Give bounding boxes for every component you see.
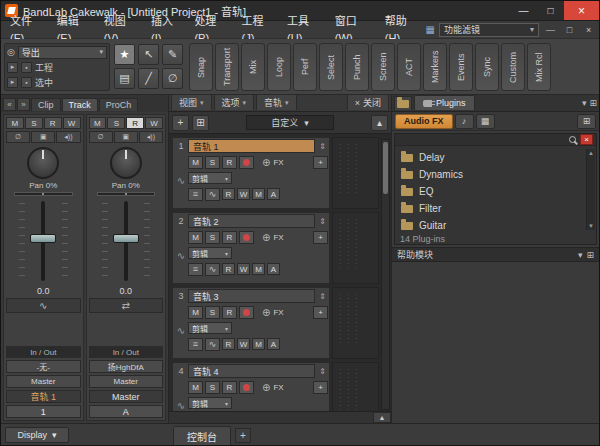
close-icon[interactable]: × [564,1,599,20]
tree-scrollbar[interactable]: ▲ ▼ [586,149,595,230]
module-sync[interactable]: Sync [475,43,499,91]
automation-a-button[interactable]: A [267,263,280,275]
select-tool-icon[interactable]: ↖ [138,44,159,65]
clip-lane[interactable] [332,362,379,411]
automation-write-button[interactable]: W [237,338,250,350]
output-selector[interactable]: Master [89,375,164,388]
clear-filter-icon[interactable]: × [580,134,593,145]
scroll-bottom-up-icon[interactable]: ▲ [373,412,391,423]
track-manager-icon[interactable]: ⊞ [192,115,209,131]
clip-lane[interactable] [332,137,379,209]
scroll-up-icon[interactable]: ▴ [371,115,388,131]
help-options-icon[interactable]: ▾ [578,250,583,260]
input-selector[interactable]: 扬HghDfA [89,360,164,373]
module-custom[interactable]: Custom [501,43,525,91]
record-icon[interactable] [239,231,254,244]
export-project-icon[interactable]: ▸ [7,62,18,73]
mute-button[interactable]: M [6,117,24,129]
arm-button[interactable]: R [222,156,237,169]
help-expand-icon[interactable]: ⊞ [586,250,594,260]
minimize-icon[interactable]: — [510,1,537,20]
waveform-preview-icon[interactable]: ∿ [6,298,81,313]
scroll-down-icon[interactable]: ▼ [588,223,594,229]
pan-knob[interactable] [110,147,142,179]
record-icon[interactable] [239,306,254,319]
tab-track[interactable]: Track [62,98,98,111]
close-view-button[interactable]: ×关闭 [347,94,389,110]
mute-button[interactable]: M [188,156,203,169]
interleave-icon[interactable]: ▣ [31,131,55,143]
module-markers[interactable]: Markers [423,43,447,91]
instruments-icon[interactable]: ♪ [455,114,474,129]
fader-handle[interactable] [30,234,56,243]
record-icon[interactable] [239,381,254,394]
module-mix[interactable]: Mix [241,43,265,91]
phase-icon[interactable]: ∅ [89,131,113,143]
module-screen[interactable]: Screen [371,43,395,91]
routing-icon[interactable]: ⇄ [89,298,164,313]
arm-button[interactable]: R [222,231,237,244]
arm-button[interactable]: R [222,306,237,319]
mute-button[interactable]: M [188,306,203,319]
module-perf[interactable]: Perf [293,43,317,91]
arm-button[interactable]: R [44,117,62,129]
input-echo-icon[interactable]: ◂)) [56,131,80,143]
clip-dropdown[interactable]: 剪辑▾ [188,172,232,184]
automation-m-button[interactable]: M [252,338,265,350]
solo-button[interactable]: S [205,381,220,394]
volume-fader[interactable] [91,199,162,283]
write-button[interactable]: W [145,117,163,129]
add-track-button[interactable]: + [172,115,189,131]
envelope-icon[interactable]: ∿ [205,188,220,201]
module-loop[interactable]: Loop [267,43,291,91]
plugins-tab[interactable]: Plugins [414,95,475,110]
clip-dropdown[interactable]: 剪辑▾ [188,322,232,334]
module-transport[interactable]: Transport [215,43,239,91]
add-fx-button[interactable]: + [313,381,328,394]
input-gain-icon[interactable]: ≡ [188,338,203,351]
pan-knob[interactable] [27,147,59,179]
plugin-folder[interactable]: Guitar [401,217,584,234]
search-icon[interactable] [569,136,576,143]
module-mix-recall[interactable]: Mix Rcl [527,43,551,91]
fx-rack[interactable]: ⊕FX [262,232,284,243]
tab-view[interactable]: 视图▾ [171,94,212,110]
plugin-folder[interactable]: EQ [401,183,584,200]
feature-filter-dropdown[interactable]: 功能滤镜 ▾ [439,23,539,37]
export-selection-icon[interactable]: ▪ [21,77,32,88]
envelope-icon[interactable]: ∿ [205,263,220,276]
automation-read-button[interactable]: R [222,188,235,200]
expand-track-icon[interactable]: ⇕ [317,289,328,303]
mute-button[interactable]: M [188,381,203,394]
module-snap[interactable]: Snap [189,43,213,91]
module-act[interactable]: ACT [397,43,421,91]
input-gain-icon[interactable]: ≡ [188,263,203,276]
fx-rack[interactable]: ⊕FX [262,382,284,393]
expand-track-icon[interactable]: ⇕ [317,364,328,378]
module-punch[interactable]: Punch [345,43,369,91]
export-dropdown[interactable]: 导出 ▾ [18,46,107,59]
solo-button[interactable]: S [25,117,43,129]
strip-name[interactable]: 音轨 1 [6,390,81,403]
solo-button[interactable]: S [107,117,125,129]
vertical-scrollbar[interactable] [381,139,390,410]
timeline-tool-icon[interactable]: ▤ [114,68,135,89]
add-view-tab-button[interactable]: + [235,428,251,443]
tab-tracks[interactable]: 音轨▾ [256,94,297,110]
automation-write-button[interactable]: W [237,188,250,200]
mdi-restore-icon[interactable]: □ [562,25,577,35]
display-button[interactable]: Display ▾ [5,427,69,443]
interleave-icon[interactable]: ▣ [114,131,138,143]
automation-m-button[interactable]: M [252,263,265,275]
erase-tool-icon[interactable]: ∅ [162,68,183,89]
arm-button[interactable]: R [126,117,144,129]
arm-button[interactable]: R [222,381,237,394]
tab-proch[interactable]: ProCh [99,98,139,111]
restore-icon[interactable]: □ [537,1,564,20]
plugin-folder[interactable]: Delay [401,149,584,166]
automation-read-button[interactable]: R [222,338,235,350]
fx-rack[interactable]: ⊕FX [262,307,284,318]
automation-write-button[interactable]: W [237,263,250,275]
media-browser-tab[interactable] [394,96,412,110]
write-button[interactable]: W [63,117,81,129]
